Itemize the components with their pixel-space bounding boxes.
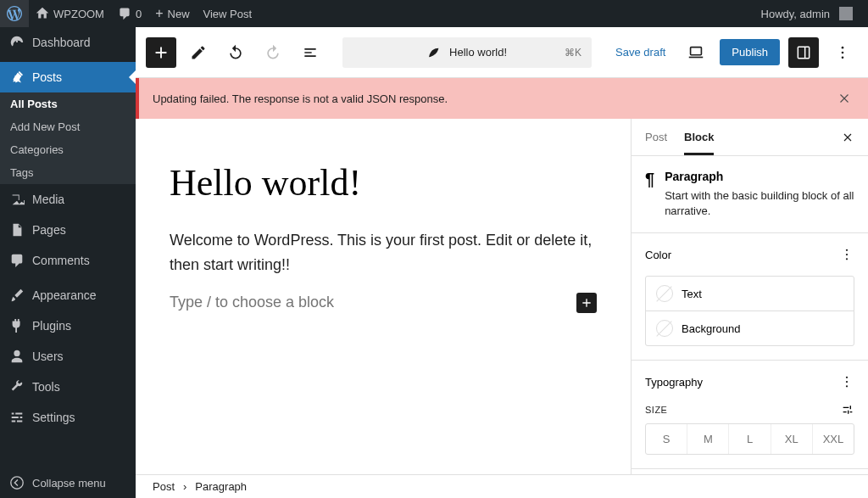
pages-icon: [8, 221, 25, 238]
inline-add-block-button[interactable]: [576, 293, 597, 313]
new-content-link[interactable]: + New: [148, 0, 196, 27]
color-text-button[interactable]: Text: [645, 276, 854, 311]
account-link[interactable]: Howdy, admin: [754, 0, 860, 27]
submenu-tags[interactable]: Tags: [0, 161, 136, 184]
admin-sidebar: Dashboard Posts All Posts Add New Post C…: [0, 27, 136, 498]
howdy-text: Howdy, admin: [761, 8, 830, 20]
tools-button[interactable]: [183, 37, 214, 68]
sidebar-item-posts[interactable]: Posts: [0, 62, 136, 92]
panel-options[interactable]: [839, 247, 854, 262]
comments-count: 0: [136, 8, 142, 20]
keyboard-shortcut: ⌘K: [565, 47, 581, 59]
typography-panel-header[interactable]: Typography: [632, 361, 868, 403]
size-m[interactable]: M: [687, 424, 729, 454]
sidebar-item-dashboard[interactable]: Dashboard: [0, 27, 136, 58]
color-panel-header[interactable]: Color: [632, 233, 868, 276]
kebab-icon: [834, 44, 851, 61]
panel-icon: [795, 44, 812, 61]
redo-icon: [264, 44, 281, 61]
size-xxl[interactable]: XXL: [813, 424, 854, 454]
sidebar-item-label: Posts: [32, 70, 62, 84]
size-s[interactable]: S: [646, 424, 687, 454]
block-name: Paragraph: [665, 170, 854, 183]
post-content[interactable]: Welcome to WordPress. This is your first…: [170, 228, 597, 277]
publish-button[interactable]: Publish: [720, 39, 780, 65]
sliders-icon: [841, 403, 854, 417]
dashboard-icon: [8, 34, 25, 51]
sidebar-item-users[interactable]: Users: [0, 341, 136, 372]
color-background-button[interactable]: Background: [645, 311, 854, 346]
block-desc-text: Start with the basic building block of a…: [665, 188, 854, 219]
sidebar-item-tools[interactable]: Tools: [0, 372, 136, 402]
sidebar-item-pages[interactable]: Pages: [0, 215, 136, 245]
submenu-add-post[interactable]: Add New Post: [0, 115, 136, 138]
options-button[interactable]: [827, 37, 858, 68]
sidebar-item-label: Comments: [32, 254, 90, 267]
size-xl[interactable]: XL: [771, 424, 813, 454]
block-placeholder[interactable]: Type / to choose a block: [170, 294, 576, 311]
comments-link[interactable]: 0: [111, 0, 148, 27]
breadcrumb-block[interactable]: Paragraph: [195, 480, 247, 493]
settings-close-button[interactable]: [841, 131, 854, 144]
preview-button[interactable]: [681, 37, 711, 68]
sidebar-item-media[interactable]: Media: [0, 184, 136, 215]
sidebar-item-appearance[interactable]: Appearance: [0, 280, 136, 311]
undo-button[interactable]: [220, 37, 251, 68]
view-post-link[interactable]: View Post: [197, 0, 259, 27]
editor-canvas[interactable]: Hello world! Welcome to WordPress. This …: [136, 119, 631, 474]
new-label: New: [168, 8, 190, 20]
wp-logo[interactable]: [0, 0, 29, 27]
panel-title: Typography: [645, 376, 703, 389]
feather-icon: [427, 46, 441, 59]
breadcrumb-post[interactable]: Post: [153, 480, 175, 493]
settings-toggle-button[interactable]: [788, 37, 819, 68]
svg-point-11: [846, 381, 848, 383]
document-overview-button[interactable]: [295, 37, 326, 68]
post-title[interactable]: Hello world!: [170, 161, 597, 204]
wordpress-icon: [7, 6, 22, 21]
submenu-categories[interactable]: Categories: [0, 138, 136, 161]
typography-panel: Typography Size S: [632, 361, 868, 469]
wrench-icon: [8, 378, 25, 395]
submenu-all-posts[interactable]: All Posts: [0, 92, 136, 115]
redo-button[interactable]: [258, 37, 288, 68]
svg-point-0: [11, 477, 23, 489]
pin-icon: [8, 69, 25, 86]
sidebar-item-label: Pages: [32, 223, 66, 237]
comment-icon: [118, 7, 131, 20]
site-name-link[interactable]: WPZOOM: [29, 0, 111, 27]
editor: Hello world! ⌘K Save draft Publish Updat…: [136, 27, 868, 498]
svg-point-8: [846, 254, 848, 255]
sidebar-item-label: Settings: [32, 411, 75, 424]
swatch-empty-icon: [656, 320, 673, 337]
admin-bar: WPZOOM 0 + New View Post Howdy, admin: [0, 0, 868, 27]
save-draft-button[interactable]: Save draft: [609, 41, 672, 64]
close-icon: [837, 91, 852, 106]
color-label: Background: [682, 322, 740, 335]
kebab-icon: [839, 247, 854, 262]
sidebar-item-comments[interactable]: Comments: [0, 245, 136, 276]
swatch-empty-icon: [656, 285, 673, 302]
list-icon: [302, 44, 319, 61]
add-block-button[interactable]: [146, 37, 176, 68]
settings-panel: Post Block ¶ Paragraph Start with the ba…: [631, 119, 868, 474]
home-icon: [36, 7, 49, 20]
sidebar-item-label: Users: [32, 350, 64, 363]
collapse-menu[interactable]: Collapse menu: [0, 467, 136, 498]
sidebar-item-label: Plugins: [32, 319, 71, 333]
avatar: [839, 7, 853, 20]
size-l[interactable]: L: [729, 424, 771, 454]
document-title-bar[interactable]: Hello world! ⌘K: [342, 37, 592, 68]
sidebar-item-label: Appearance: [32, 288, 97, 302]
tab-block[interactable]: Block: [684, 119, 714, 155]
size-options: S M L XL XXL: [645, 423, 854, 455]
user-icon: [8, 348, 25, 365]
custom-size-toggle[interactable]: [841, 403, 854, 417]
notice-close-button[interactable]: [834, 88, 854, 109]
sidebar-item-settings[interactable]: Settings: [0, 402, 136, 433]
sidebar-item-plugins[interactable]: Plugins: [0, 311, 136, 341]
panel-options[interactable]: [839, 374, 854, 389]
svg-point-4: [842, 46, 844, 48]
color-label: Text: [682, 288, 702, 300]
tab-post[interactable]: Post: [645, 119, 667, 155]
